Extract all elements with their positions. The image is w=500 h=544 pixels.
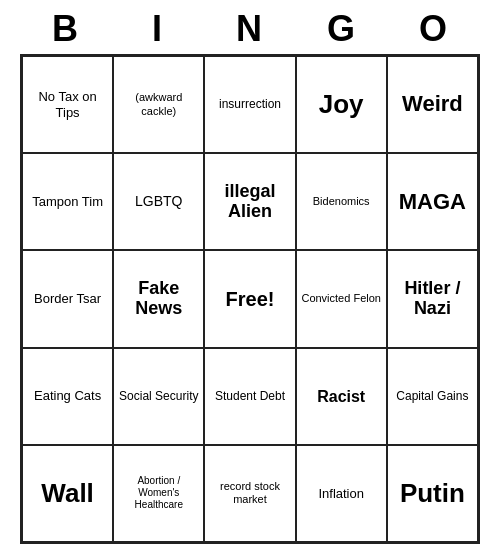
cell-16: Social Security (113, 348, 204, 445)
title-b: B (26, 8, 106, 50)
cell-22: record stock market (204, 445, 295, 542)
cell-18: Racist (296, 348, 387, 445)
cell-5: Tampon Tim (22, 153, 113, 250)
cell-10: Border Tsar (22, 250, 113, 347)
cell-1: (awkward cackle) (113, 56, 204, 153)
bingo-title: B I N G O (20, 0, 480, 54)
title-g: G (302, 8, 382, 50)
cell-13: Convicted Felon (296, 250, 387, 347)
cell-21: Abortion / Women's Healthcare (113, 445, 204, 542)
cell-0: No Tax on Tips (22, 56, 113, 153)
cell-12-free: Free! (204, 250, 295, 347)
cell-20: Wall (22, 445, 113, 542)
cell-11: Fake News (113, 250, 204, 347)
bingo-grid: No Tax on Tips (awkward cackle) insurrec… (20, 54, 480, 544)
cell-3: Joy (296, 56, 387, 153)
cell-7: illegal Alien (204, 153, 295, 250)
title-n: N (210, 8, 290, 50)
cell-4: Weird (387, 56, 478, 153)
cell-9: MAGA (387, 153, 478, 250)
cell-23: Inflation (296, 445, 387, 542)
cell-24: Putin (387, 445, 478, 542)
title-i: I (118, 8, 198, 50)
cell-2: insurrection (204, 56, 295, 153)
title-o: O (394, 8, 474, 50)
cell-6: LGBTQ (113, 153, 204, 250)
cell-17: Student Debt (204, 348, 295, 445)
cell-8: Bidenomics (296, 153, 387, 250)
cell-15: Eating Cats (22, 348, 113, 445)
cell-19: Capital Gains (387, 348, 478, 445)
cell-14: Hitler / Nazi (387, 250, 478, 347)
